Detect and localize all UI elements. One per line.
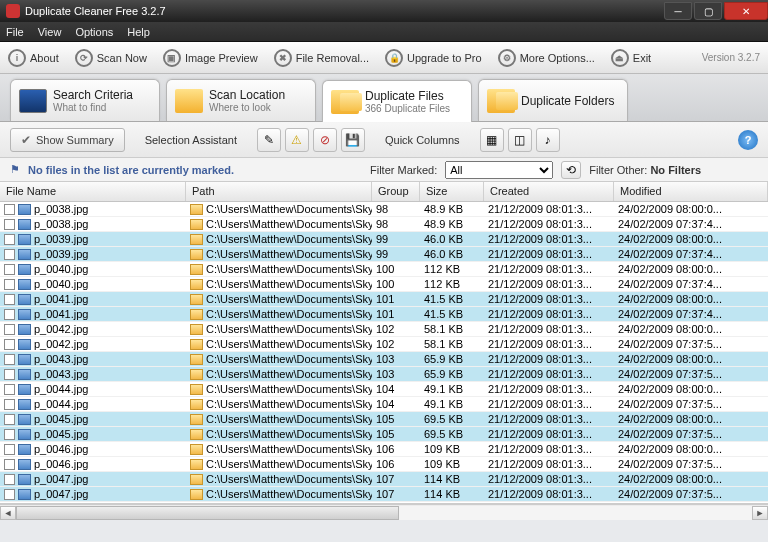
table-row[interactable]: p_0047.jpgC:\Users\Matthew\Documents\Sky… — [0, 487, 768, 502]
menu-view[interactable]: View — [38, 26, 62, 38]
toolbar-icon: ⟳ — [75, 49, 93, 67]
row-checkbox[interactable] — [4, 279, 15, 290]
table-row[interactable]: p_0040.jpgC:\Users\Matthew\Documents\Sky… — [0, 277, 768, 292]
image-file-icon — [18, 399, 31, 410]
toolbar-scan-now[interactable]: ⟳Scan Now — [75, 49, 147, 67]
toolbar-icon: ⚙ — [498, 49, 516, 67]
toolbar-about[interactable]: iAbout — [8, 49, 59, 67]
menu-options[interactable]: Options — [75, 26, 113, 38]
folder-icon — [190, 489, 203, 500]
scroll-thumb[interactable] — [16, 506, 399, 520]
toolbar-exit[interactable]: ⏏Exit — [611, 49, 651, 67]
scroll-track[interactable] — [16, 506, 752, 520]
toolbar-more-options[interactable]: ⚙More Options... — [498, 49, 595, 67]
row-checkbox[interactable] — [4, 264, 15, 275]
row-checkbox[interactable] — [4, 459, 15, 470]
row-checkbox[interactable] — [4, 369, 15, 380]
horizontal-scrollbar[interactable]: ◄ ► — [0, 504, 768, 520]
row-checkbox[interactable] — [4, 444, 15, 455]
row-checkbox[interactable] — [4, 414, 15, 425]
refresh-icon[interactable]: ⟲ — [561, 161, 581, 179]
row-checkbox[interactable] — [4, 399, 15, 410]
table-row[interactable]: p_0041.jpgC:\Users\Matthew\Documents\Sky… — [0, 292, 768, 307]
table-row[interactable]: p_0042.jpgC:\Users\Matthew\Documents\Sky… — [0, 322, 768, 337]
table-row[interactable]: p_0038.jpgC:\Users\Matthew\Documents\Sky… — [0, 217, 768, 232]
row-checkbox[interactable] — [4, 474, 15, 485]
table-row[interactable]: p_0046.jpgC:\Users\Matthew\Documents\Sky… — [0, 457, 768, 472]
toolbar-file-removal[interactable]: ✖File Removal... — [274, 49, 369, 67]
table-row[interactable]: p_0045.jpgC:\Users\Matthew\Documents\Sky… — [0, 427, 768, 442]
scroll-right-icon[interactable]: ► — [752, 506, 768, 520]
menu-help[interactable]: Help — [127, 26, 150, 38]
folder-icon — [190, 219, 203, 230]
folder-icon — [190, 204, 203, 215]
row-checkbox[interactable] — [4, 204, 15, 215]
table-row[interactable]: p_0041.jpgC:\Users\Matthew\Documents\Sky… — [0, 307, 768, 322]
column-created[interactable]: Created — [484, 182, 614, 201]
save-icon[interactable]: 💾 — [341, 128, 365, 152]
image-file-icon — [18, 309, 31, 320]
delete-icon[interactable]: ⊘ — [313, 128, 337, 152]
table-body[interactable]: p_0038.jpgC:\Users\Matthew\Documents\Sky… — [0, 202, 768, 504]
column-modified[interactable]: Modified — [614, 182, 768, 201]
image-file-icon — [18, 204, 31, 215]
image-file-icon — [18, 294, 31, 305]
row-checkbox[interactable] — [4, 219, 15, 230]
row-checkbox[interactable] — [4, 309, 15, 320]
menu-file[interactable]: File — [6, 26, 24, 38]
toolbar-upgrade-to-pro[interactable]: 🔒Upgrade to Pro — [385, 49, 482, 67]
window-icon[interactable]: ◫ — [508, 128, 532, 152]
tab-duplicate-files[interactable]: Duplicate Files366 Duplicate Files — [322, 80, 472, 122]
scroll-left-icon[interactable]: ◄ — [0, 506, 16, 520]
music-icon[interactable]: ♪ — [536, 128, 560, 152]
show-summary-button[interactable]: ✔Show Summary — [10, 128, 125, 152]
folder-icon — [190, 474, 203, 485]
toolbar-image-preview[interactable]: ▣Image Preview — [163, 49, 258, 67]
column-size[interactable]: Size — [420, 182, 484, 201]
row-checkbox[interactable] — [4, 354, 15, 365]
grid-icon[interactable]: ▦ — [480, 128, 504, 152]
table-row[interactable]: p_0043.jpgC:\Users\Matthew\Documents\Sky… — [0, 367, 768, 382]
row-checkbox[interactable] — [4, 384, 15, 395]
row-checkbox[interactable] — [4, 294, 15, 305]
sub-toolbar: ✔Show Summary Selection Assistant ✎ ⚠ ⊘ … — [0, 122, 768, 158]
table-row[interactable]: p_0043.jpgC:\Users\Matthew\Documents\Sky… — [0, 352, 768, 367]
table-row[interactable]: p_0039.jpgC:\Users\Matthew\Documents\Sky… — [0, 247, 768, 262]
table-row[interactable]: p_0042.jpgC:\Users\Matthew\Documents\Sky… — [0, 337, 768, 352]
warning-icon[interactable]: ⚠ — [285, 128, 309, 152]
column-file-name[interactable]: File Name — [0, 182, 186, 201]
toolbar-icon: ▣ — [163, 49, 181, 67]
table-row[interactable]: p_0047.jpgC:\Users\Matthew\Documents\Sky… — [0, 472, 768, 487]
column-group[interactable]: Group — [372, 182, 420, 201]
tab-search-criteria[interactable]: Search CriteriaWhat to find — [10, 79, 160, 121]
tab-duplicate-folders[interactable]: Duplicate Folders — [478, 79, 628, 121]
folder-icon — [190, 429, 203, 440]
image-file-icon — [18, 414, 31, 425]
minimize-button[interactable]: ─ — [664, 2, 692, 20]
table-row[interactable]: p_0044.jpgC:\Users\Matthew\Documents\Sky… — [0, 397, 768, 412]
table-row[interactable]: p_0038.jpgC:\Users\Matthew\Documents\Sky… — [0, 202, 768, 217]
folder-icon — [190, 444, 203, 455]
table-row[interactable]: p_0044.jpgC:\Users\Matthew\Documents\Sky… — [0, 382, 768, 397]
wand-icon[interactable]: ✎ — [257, 128, 281, 152]
filter-marked-select[interactable]: All — [445, 161, 553, 179]
check-icon: ✔ — [21, 133, 31, 147]
row-checkbox[interactable] — [4, 234, 15, 245]
maximize-button[interactable]: ▢ — [694, 2, 722, 20]
tab-scan-location[interactable]: Scan LocationWhere to look — [166, 79, 316, 121]
table-row[interactable]: p_0039.jpgC:\Users\Matthew\Documents\Sky… — [0, 232, 768, 247]
row-checkbox[interactable] — [4, 339, 15, 350]
folder-icon — [190, 234, 203, 245]
row-checkbox[interactable] — [4, 489, 15, 500]
column-path[interactable]: Path — [186, 182, 372, 201]
image-file-icon — [18, 429, 31, 440]
row-checkbox[interactable] — [4, 429, 15, 440]
table-row[interactable]: p_0045.jpgC:\Users\Matthew\Documents\Sky… — [0, 412, 768, 427]
row-checkbox[interactable] — [4, 249, 15, 260]
help-button[interactable]: ? — [738, 130, 758, 150]
table-row[interactable]: p_0046.jpgC:\Users\Matthew\Documents\Sky… — [0, 442, 768, 457]
close-button[interactable]: ✕ — [724, 2, 768, 20]
row-checkbox[interactable] — [4, 324, 15, 335]
folder-icon — [190, 339, 203, 350]
table-row[interactable]: p_0040.jpgC:\Users\Matthew\Documents\Sky… — [0, 262, 768, 277]
